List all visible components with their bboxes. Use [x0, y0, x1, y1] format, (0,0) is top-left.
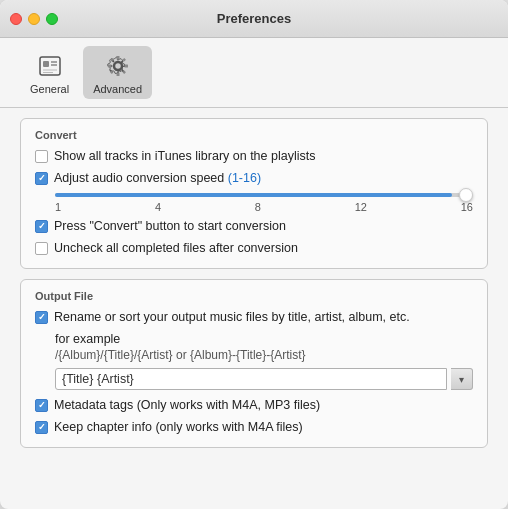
close-button[interactable] — [10, 13, 22, 25]
audio-speed-slider-container: 1 4 8 12 16 — [55, 193, 473, 213]
svg-rect-1 — [43, 61, 49, 67]
adjust-audio-label: Adjust audio conversion speed (1-16) — [54, 171, 261, 186]
convert-section: Convert Show all tracks in iTunes librar… — [20, 118, 488, 269]
output-input-row: ▾ — [55, 368, 473, 390]
tab-advanced-label: Advanced — [93, 83, 142, 95]
svg-rect-8 — [116, 73, 119, 77]
general-svg-icon — [36, 52, 64, 80]
slider-label-4: 4 — [155, 201, 161, 213]
output-section-title: Output File — [35, 290, 473, 302]
rename-label: Rename or sort your output music files b… — [54, 310, 410, 325]
rename-checkbox[interactable] — [35, 311, 48, 324]
adjust-audio-label-highlight: (1-16) — [228, 171, 261, 185]
slider-fill — [55, 193, 452, 197]
minimize-button[interactable] — [28, 13, 40, 25]
show-all-tracks-row: Show all tracks in iTunes library on the… — [35, 149, 473, 164]
adjust-audio-row: Adjust audio conversion speed (1-16) — [35, 171, 473, 186]
slider-labels: 1 4 8 12 16 — [55, 201, 473, 213]
gear-icon — [102, 50, 134, 82]
example-path: /{Album}/{Title}/{Artist} or {Album}-{Ti… — [55, 348, 473, 362]
press-convert-checkbox[interactable] — [35, 220, 48, 233]
window-title: Preferences — [217, 11, 291, 26]
content-area: Convert Show all tracks in iTunes librar… — [0, 108, 508, 509]
slider-label-8: 8 — [255, 201, 261, 213]
slider-track[interactable] — [55, 193, 473, 197]
svg-rect-10 — [124, 65, 128, 68]
window-controls — [10, 13, 58, 25]
titlebar: Preferences — [0, 0, 508, 38]
tab-general-label: General — [30, 83, 69, 95]
slider-label-1: 1 — [55, 201, 61, 213]
metadata-checkbox-row: Metadata tags (Only works with M4A, MP3 … — [35, 398, 473, 413]
svg-rect-7 — [116, 56, 119, 60]
slider-thumb[interactable] — [459, 188, 473, 202]
convert-section-title: Convert — [35, 129, 473, 141]
output-dropdown-button[interactable]: ▾ — [451, 368, 473, 390]
metadata-label: Metadata tags (Only works with M4A, MP3 … — [54, 398, 320, 413]
svg-point-15 — [114, 63, 121, 70]
gear-svg-icon — [104, 52, 132, 80]
maximize-button[interactable] — [46, 13, 58, 25]
slider-label-12: 12 — [355, 201, 367, 213]
general-icon — [34, 50, 66, 82]
preferences-window: Preferences General — [0, 0, 508, 509]
keep-chapter-label: Keep chapter info (only works with M4A f… — [54, 420, 303, 435]
for-example-label: for example — [55, 332, 473, 346]
slider-label-16: 16 — [461, 201, 473, 213]
tab-advanced[interactable]: Advanced — [83, 46, 152, 99]
keep-chapter-checkbox[interactable] — [35, 421, 48, 434]
press-convert-label: Press "Convert" button to start conversi… — [54, 219, 286, 234]
uncheck-completed-label: Uncheck all completed files after conver… — [54, 241, 298, 256]
toolbar: General — [0, 38, 508, 99]
uncheck-completed-row: Uncheck all completed files after conver… — [35, 241, 473, 256]
show-all-tracks-checkbox[interactable] — [35, 150, 48, 163]
svg-rect-9 — [108, 65, 112, 68]
keep-chapter-row: Keep chapter info (only works with M4A f… — [35, 420, 473, 435]
press-convert-row: Press "Convert" button to start conversi… — [35, 219, 473, 234]
chevron-down-icon: ▾ — [459, 374, 464, 385]
metadata-checkbox[interactable] — [35, 399, 48, 412]
uncheck-completed-checkbox[interactable] — [35, 242, 48, 255]
tab-general[interactable]: General — [20, 46, 79, 99]
adjust-audio-checkbox[interactable] — [35, 172, 48, 185]
show-all-tracks-label: Show all tracks in iTunes library on the… — [54, 149, 315, 164]
output-format-input[interactable] — [55, 368, 447, 390]
output-file-section: Output File Rename or sort your output m… — [20, 279, 488, 448]
rename-checkbox-row: Rename or sort your output music files b… — [35, 310, 473, 325]
